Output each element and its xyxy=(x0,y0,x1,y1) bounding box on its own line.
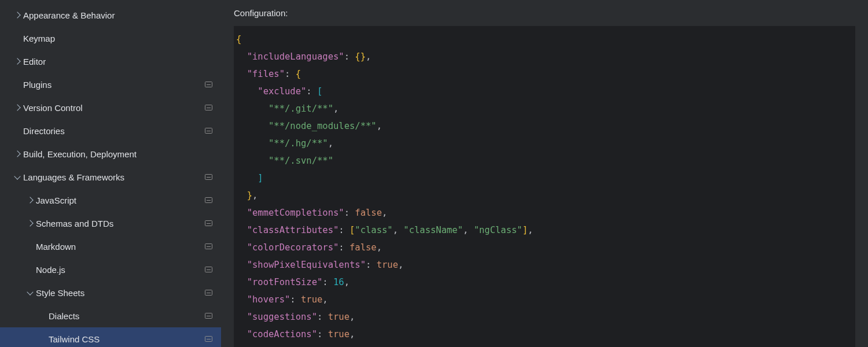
project-scope-icon xyxy=(200,82,216,87)
code-line: "**/.hg/**", xyxy=(236,135,853,152)
sidebar-item-dialects[interactable]: Dialects xyxy=(0,304,221,327)
chevron-down-icon xyxy=(24,291,36,294)
sidebar-item-schemas-and-dtds[interactable]: Schemas and DTDs xyxy=(0,212,221,235)
sidebar-item-version-control[interactable]: Version Control xyxy=(0,96,221,119)
project-scope-icon xyxy=(200,313,216,319)
sidebar-item-javascript[interactable]: JavaScript xyxy=(0,189,221,212)
code-line: ] xyxy=(236,169,853,187)
sidebar-item-label: JavaScript xyxy=(36,195,200,205)
code-line: "exclude": [ xyxy=(236,83,853,100)
sidebar-item-languages-frameworks[interactable]: Languages & Frameworks xyxy=(0,165,221,189)
code-line: "suggestions": true, xyxy=(236,308,853,326)
sidebar-item-label: Style Sheets xyxy=(36,288,200,298)
sidebar-item-label: Build, Execution, Deployment xyxy=(23,149,200,159)
code-line: "**/.git/**", xyxy=(236,100,853,117)
sidebar-item-label: Editor xyxy=(23,57,200,67)
code-line: "colorDecorators": false, xyxy=(236,239,853,256)
code-line: "files": { xyxy=(236,65,853,83)
sidebar-item-style-sheets[interactable]: Style Sheets xyxy=(0,281,221,304)
sidebar-item-appearance-behavior[interactable]: Appearance & Behavior xyxy=(0,3,221,27)
chevron-right-icon xyxy=(12,152,23,156)
sidebar-item-label: Languages & Frameworks xyxy=(23,172,200,182)
project-scope-icon xyxy=(200,290,216,296)
chevron-right-icon xyxy=(12,105,23,110)
sidebar-item-tailwind-css[interactable]: Tailwind CSS xyxy=(0,327,221,347)
sidebar-item-label: Markdown xyxy=(36,242,200,252)
settings-sidebar: Appearance & BehaviorKeymapEditorPlugins… xyxy=(0,0,221,347)
project-scope-icon xyxy=(200,174,216,180)
code-line: "codeActions": true, xyxy=(236,326,853,343)
sidebar-item-label: Keymap xyxy=(23,34,200,43)
code-line: "showPixelEquivalents": true, xyxy=(236,256,853,274)
project-scope-icon xyxy=(200,128,216,134)
code-line: { xyxy=(236,31,853,48)
sidebar-item-label: Dialects xyxy=(49,311,200,321)
sidebar-item-label: Plugins xyxy=(23,80,200,90)
main-panel: Configuration: { "includeLanguages": {},… xyxy=(221,0,868,347)
sidebar-item-label: Node.js xyxy=(36,265,200,275)
configuration-editor[interactable]: { "includeLanguages": {}, "files": { "ex… xyxy=(234,26,855,347)
sidebar-item-markdown[interactable]: Markdown xyxy=(0,235,221,258)
sidebar-item-keymap[interactable]: Keymap xyxy=(0,27,221,50)
sidebar-item-label: Schemas and DTDs xyxy=(36,219,200,228)
sidebar-item-label: Tailwind CSS xyxy=(49,334,200,344)
code-line: "classAttributes": ["class", "className"… xyxy=(236,222,853,239)
code-line: "**/.svn/**" xyxy=(236,152,853,169)
configuration-label: Configuration: xyxy=(234,8,855,18)
sidebar-item-directories[interactable]: Directories xyxy=(0,119,221,142)
project-scope-icon xyxy=(200,336,216,342)
chevron-right-icon xyxy=(24,221,36,226)
chevron-down-icon xyxy=(12,176,23,179)
project-scope-icon xyxy=(200,197,216,203)
sidebar-item-build-execution-deployment[interactable]: Build, Execution, Deployment xyxy=(0,142,221,165)
sidebar-item-editor[interactable]: Editor xyxy=(0,50,221,73)
code-line: "**/node_modules/**", xyxy=(236,117,853,135)
project-scope-icon xyxy=(200,220,216,226)
code-line: "hovers": true, xyxy=(236,291,853,308)
sidebar-item-label: Appearance & Behavior xyxy=(23,10,200,20)
sidebar-item-label: Version Control xyxy=(23,103,200,113)
code-line: "rootFontSize": 16, xyxy=(236,274,853,291)
sidebar-item-plugins[interactable]: Plugins xyxy=(0,73,221,96)
chevron-right-icon xyxy=(24,198,36,202)
code-line: "emmetCompletions": false, xyxy=(236,204,853,222)
sidebar-item-label: Directories xyxy=(23,126,200,136)
project-scope-icon xyxy=(200,267,216,272)
sidebar-item-nodejs[interactable]: Node.js xyxy=(0,258,221,281)
chevron-right-icon xyxy=(12,13,23,17)
chevron-right-icon xyxy=(12,59,23,64)
code-line: }, xyxy=(236,187,853,204)
project-scope-icon xyxy=(200,243,216,249)
code-line: "includeLanguages": {}, xyxy=(236,48,853,65)
project-scope-icon xyxy=(200,105,216,110)
